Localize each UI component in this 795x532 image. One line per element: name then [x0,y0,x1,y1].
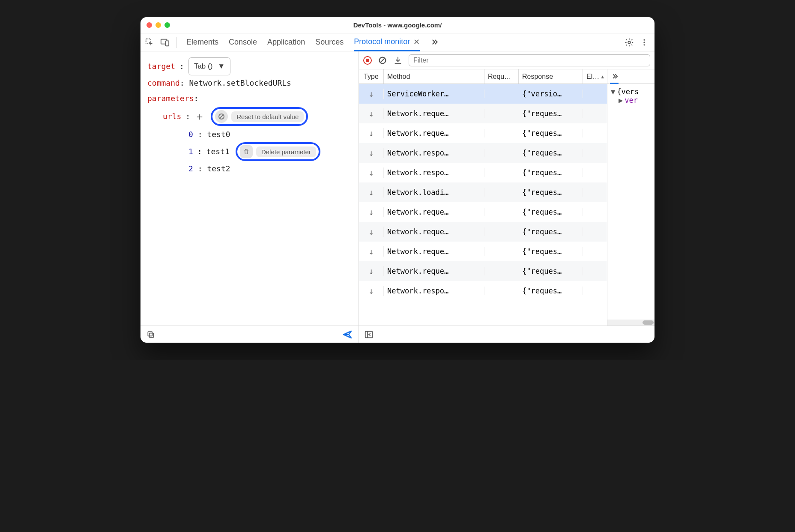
settings-icon[interactable] [625,38,634,47]
url-value-2[interactable]: test2 [207,164,230,173]
add-item-icon[interactable]: ＋ [194,106,205,127]
svg-line-8 [220,115,224,119]
cell-method: ServiceWorker… [384,90,484,98]
record-button[interactable] [363,56,372,65]
col-method[interactable]: Method [384,69,484,84]
table-row[interactable]: ↓Network.loadi…{"reques… [359,182,607,202]
tab-application[interactable]: Application [267,33,305,51]
svg-rect-10 [148,332,152,336]
caret-down-icon: ▼ [611,87,615,96]
cell-type: ↓ [359,187,384,197]
events-table: Type Method Requ… Response El…▲ ↓Service… [359,69,607,326]
table-row[interactable]: ↓Network.reque…{"reques… [359,123,607,143]
col-elapsed[interactable]: El…▲ [583,69,607,84]
target-select[interactable]: Tab () ▼ [188,57,230,75]
cell-response: {"reques… [519,287,583,295]
tab-sources[interactable]: Sources [315,33,344,51]
table-row[interactable]: ↓Network.respo…{"reques… [359,163,607,182]
delete-label: Delete parameter [256,146,316,157]
detail-pane: ▼ {vers ▶ ver [607,69,655,326]
table-row[interactable]: ↓Network.reque…{"reques… [359,261,607,281]
table-row[interactable]: ↓Network.reque…{"reques… [359,202,607,222]
tab-elements[interactable]: Elements [186,33,218,51]
col-type[interactable]: Type [359,69,384,84]
tab-console[interactable]: Console [229,33,257,51]
save-icon[interactable] [393,56,403,65]
filter-input[interactable] [409,54,650,66]
protocol-monitor-pane: Type Method Requ… Response El…▲ ↓Service… [359,51,655,343]
cell-method: Network.reque… [384,109,484,118]
cell-type: ↓ [359,207,384,217]
monitor-toolbar [359,51,655,69]
url-value-1[interactable]: test1 [206,144,230,159]
url-value-0[interactable]: test0 [207,130,230,139]
devtools-window: DevTools - www.google.com/ Elements Cons… [140,17,655,343]
command-editor-pane: target: Tab () ▼ command: Network.setBlo… [140,51,359,343]
delete-button[interactable] [240,145,253,158]
table-row[interactable]: ↓Network.reque…{"reques… [359,222,607,242]
col-request[interactable]: Requ… [484,69,519,84]
svg-line-12 [380,58,385,63]
url-index-1: 1 [188,144,193,159]
reset-button[interactable] [215,110,228,123]
command-value: Network.setBlockedURLs [189,78,291,87]
cell-response: {"reques… [519,247,583,256]
cell-type: ↓ [359,286,384,296]
col-response[interactable]: Response [519,69,583,84]
tree-root[interactable]: ▼ {vers [611,87,651,96]
main-toolbar: Elements Console Application Sources Pro… [140,33,655,51]
table-row[interactable]: ↓ServiceWorker…{"versio… [359,84,607,104]
more-tabs-icon[interactable] [430,38,439,47]
cell-type: ↓ [359,246,384,257]
cell-method: Network.reque… [384,247,484,256]
cell-method: Network.respo… [384,287,484,295]
inspect-element-icon[interactable] [145,38,154,47]
cell-response: {"reques… [519,208,583,216]
sort-asc-icon: ▲ [600,74,605,79]
close-tab-icon[interactable]: ✕ [413,38,420,46]
titlebar: DevTools - www.google.com/ [140,17,655,33]
close-window-button[interactable] [146,22,152,28]
svg-rect-2 [166,41,169,46]
detail-more-icon[interactable] [611,72,619,81]
minimize-window-button[interactable] [155,22,161,28]
cell-response: {"reques… [519,227,583,236]
command-label: command [147,78,180,87]
target-label: target [147,59,175,74]
cell-type: ↓ [359,266,384,276]
urls-label: urls [163,109,181,124]
send-icon[interactable] [342,329,353,340]
reset-callout: Reset to default value [211,107,308,126]
clear-icon[interactable] [378,56,387,65]
url-index-0: 0 [188,130,193,139]
caret-right-icon: ▶ [619,96,623,105]
maximize-window-button[interactable] [164,22,170,28]
toggle-sidebar-icon[interactable] [364,330,374,339]
cell-type: ↓ [359,148,384,158]
copy-icon[interactable] [146,330,155,339]
svg-rect-9 [149,333,154,337]
table-row[interactable]: ↓Network.respo…{"reques… [359,281,607,301]
cell-type: ↓ [359,89,384,99]
cell-method: Network.loadi… [384,188,484,197]
cell-response: {"reques… [519,149,583,157]
svg-point-5 [643,42,645,43]
tab-protocol-monitor[interactable]: Protocol monitor ✕ [354,33,420,51]
delete-callout: Delete parameter [236,142,320,161]
cell-method: Network.reque… [384,208,484,216]
tree-child[interactable]: ▶ ver [611,96,651,105]
table-row[interactable]: ↓Network.reque…{"reques… [359,104,607,123]
reset-label: Reset to default value [231,111,304,122]
more-options-icon[interactable] [640,38,649,47]
table-row[interactable]: ↓Network.respo…{"reques… [359,143,607,163]
window-title: DevTools - www.google.com/ [140,21,655,29]
device-toolbar-icon[interactable] [160,38,170,47]
horizontal-scrollbar[interactable] [607,320,655,326]
cell-response: {"reques… [519,109,583,118]
cell-response: {"reques… [519,267,583,275]
table-row[interactable]: ↓Network.reque…{"reques… [359,242,607,261]
window-controls [146,22,170,28]
left-bottom-bar [140,326,359,343]
url-index-2: 2 [188,164,193,173]
svg-point-3 [628,41,631,44]
